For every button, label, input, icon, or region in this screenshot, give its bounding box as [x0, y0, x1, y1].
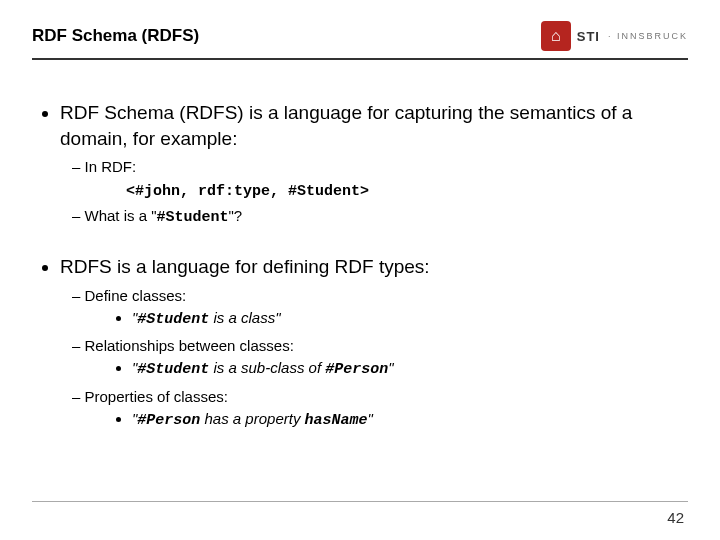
- page-number: 42: [667, 509, 684, 526]
- bullet-item: Properties of classes: "#Person has a pr…: [90, 387, 682, 432]
- bullet-text: Properties of classes:: [85, 388, 228, 405]
- bullet-item: In RDF: <#john, rdf:type, #Student>: [90, 157, 682, 202]
- bullet-list-level3: "#Student is a class": [90, 308, 682, 330]
- footer-rule: [32, 501, 688, 502]
- bullet-text: RDF Schema (RDFS) is a language for capt…: [60, 102, 632, 149]
- header-rule: [32, 58, 688, 60]
- bullet-list-level3: "#Person has a property hasName": [90, 409, 682, 431]
- logo-text-sub: · INNSBRUCK: [608, 31, 688, 41]
- bullet-item: RDFS is a language for defining RDF type…: [60, 254, 682, 431]
- bullet-list-level1: RDF Schema (RDFS) is a language for capt…: [38, 100, 682, 431]
- slide-content: RDF Schema (RDFS) is a language for capt…: [38, 100, 682, 457]
- bullet-item: "#Person has a property hasName": [132, 409, 682, 431]
- bullet-item: "#Student is a class": [132, 308, 682, 330]
- bullet-text: is a sub-class of: [209, 359, 325, 376]
- bullet-text: ": [388, 359, 393, 376]
- bullet-text: ": [368, 410, 373, 427]
- slide: RDF Schema (RDFS) ⌂ STI · INNSBRUCK RDF …: [0, 0, 720, 540]
- logo-text-main: STI: [577, 29, 600, 44]
- code-inline: hasName: [305, 412, 368, 429]
- bullet-item: RDF Schema (RDFS) is a language for capt…: [60, 100, 682, 228]
- bullet-text: Relationships between classes:: [85, 337, 294, 354]
- code-inline: #Student: [157, 209, 229, 226]
- bullet-list-level2: In RDF: <#john, rdf:type, #Student> What…: [60, 157, 682, 228]
- bullet-item: Define classes: "#Student is a class": [90, 286, 682, 331]
- logo: ⌂ STI · INNSBRUCK: [541, 21, 688, 51]
- bullet-text: Define classes:: [85, 287, 187, 304]
- code-inline: #Person: [325, 361, 388, 378]
- bullet-item: Relationships between classes: "#Student…: [90, 336, 682, 381]
- code-inline: #Student: [137, 311, 209, 328]
- code-inline: #Person: [137, 412, 200, 429]
- bullet-item: What is a "#Student"?: [90, 206, 682, 228]
- bullet-text: "?: [229, 207, 243, 224]
- bullet-text: In RDF:: [85, 158, 137, 175]
- bullet-item: "#Student is a sub-class of #Person": [132, 358, 682, 380]
- slide-title: RDF Schema (RDFS): [32, 26, 199, 46]
- bullet-list-level2: Define classes: "#Student is a class" Re…: [60, 286, 682, 432]
- bullet-text: What is a ": [85, 207, 157, 224]
- bullet-list-level3: "#Student is a sub-class of #Person": [90, 358, 682, 380]
- bullet-text: RDFS is a language for defining RDF type…: [60, 256, 430, 277]
- logo-mark-icon: ⌂: [541, 21, 571, 51]
- header-bar: RDF Schema (RDFS) ⌂ STI · INNSBRUCK: [32, 16, 688, 56]
- code-snippet: <#john, rdf:type, #Student>: [126, 182, 682, 202]
- bullet-text: has a property: [200, 410, 304, 427]
- code-inline: #Student: [137, 361, 209, 378]
- bullet-text: is a class": [209, 309, 280, 326]
